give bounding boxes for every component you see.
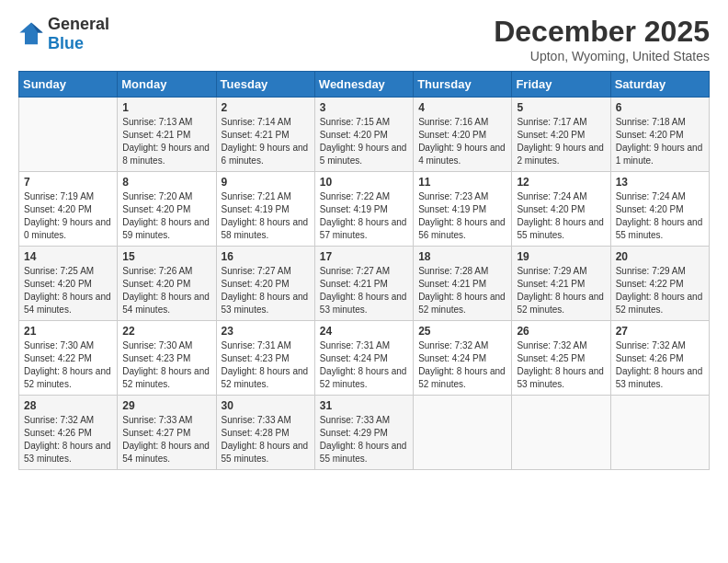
calendar-header: SundayMondayTuesdayWednesdayThursdayFrid… <box>19 72 710 98</box>
week-row-2: 7Sunrise: 7:19 AMSunset: 4:20 PMDaylight… <box>19 172 710 247</box>
day-number: 27 <box>616 325 704 338</box>
day-number: 1 <box>122 101 210 114</box>
day-info: Sunrise: 7:19 AMSunset: 4:20 PMDaylight:… <box>24 190 112 242</box>
calendar-cell: 10Sunrise: 7:22 AMSunset: 4:19 PMDayligh… <box>314 172 413 247</box>
header-monday: Monday <box>118 72 216 98</box>
day-info: Sunrise: 7:26 AMSunset: 4:20 PMDaylight:… <box>122 265 210 316</box>
day-info: Sunrise: 7:25 AMSunset: 4:20 PMDaylight:… <box>24 265 112 316</box>
logo-icon <box>18 21 44 47</box>
calendar-cell: 1Sunrise: 7:13 AMSunset: 4:21 PMDaylight… <box>118 98 216 172</box>
day-info: Sunrise: 7:27 AMSunset: 4:21 PMDaylight:… <box>320 265 408 316</box>
location-subtitle: Upton, Wyoming, United States <box>494 49 710 63</box>
day-info: Sunrise: 7:31 AMSunset: 4:23 PMDaylight:… <box>222 339 310 391</box>
day-info: Sunrise: 7:33 AMSunset: 4:28 PMDaylight:… <box>222 414 310 465</box>
calendar-cell: 15Sunrise: 7:26 AMSunset: 4:20 PMDayligh… <box>118 247 216 321</box>
logo: General Blue <box>18 15 109 53</box>
calendar-cell: 23Sunrise: 7:31 AMSunset: 4:23 PMDayligh… <box>216 321 314 396</box>
day-info: Sunrise: 7:16 AMSunset: 4:20 PMDaylight:… <box>418 116 506 167</box>
header-thursday: Thursday <box>414 72 512 98</box>
day-number: 16 <box>222 250 310 263</box>
page-header: General Blue December 2025 Upton, Wyomin… <box>18 15 710 63</box>
day-number: 31 <box>320 399 408 412</box>
calendar-cell <box>19 98 118 172</box>
header-wednesday: Wednesday <box>314 72 413 98</box>
day-number: 8 <box>122 176 210 189</box>
title-block: December 2025 Upton, Wyoming, United Sta… <box>494 15 710 63</box>
day-number: 23 <box>222 325 310 338</box>
day-number: 19 <box>517 250 605 263</box>
day-number: 18 <box>418 250 506 263</box>
day-number: 17 <box>320 250 408 263</box>
day-info: Sunrise: 7:32 AMSunset: 4:26 PMDaylight:… <box>24 414 112 465</box>
day-number: 6 <box>616 101 704 114</box>
week-row-4: 21Sunrise: 7:30 AMSunset: 4:22 PMDayligh… <box>19 321 710 396</box>
calendar-cell: 5Sunrise: 7:17 AMSunset: 4:20 PMDaylight… <box>512 98 610 172</box>
day-number: 28 <box>24 399 112 412</box>
day-info: Sunrise: 7:22 AMSunset: 4:19 PMDaylight:… <box>320 190 408 242</box>
day-number: 5 <box>517 101 605 114</box>
day-number: 3 <box>320 101 408 114</box>
logo-text: General Blue <box>48 15 109 53</box>
day-info: Sunrise: 7:23 AMSunset: 4:19 PMDaylight:… <box>418 190 506 242</box>
day-info: Sunrise: 7:13 AMSunset: 4:21 PMDaylight:… <box>122 116 210 167</box>
calendar-cell: 19Sunrise: 7:29 AMSunset: 4:21 PMDayligh… <box>512 247 610 321</box>
calendar-cell: 13Sunrise: 7:24 AMSunset: 4:20 PMDayligh… <box>610 172 709 247</box>
day-number: 24 <box>320 325 408 338</box>
calendar-cell <box>414 396 512 470</box>
day-number: 7 <box>24 176 112 189</box>
day-info: Sunrise: 7:18 AMSunset: 4:20 PMDaylight:… <box>616 116 704 167</box>
header-saturday: Saturday <box>610 72 709 98</box>
day-number: 14 <box>24 250 112 263</box>
day-info: Sunrise: 7:30 AMSunset: 4:22 PMDaylight:… <box>24 339 112 391</box>
calendar-cell: 18Sunrise: 7:28 AMSunset: 4:21 PMDayligh… <box>414 247 512 321</box>
calendar-cell: 14Sunrise: 7:25 AMSunset: 4:20 PMDayligh… <box>19 247 118 321</box>
calendar-cell: 12Sunrise: 7:24 AMSunset: 4:20 PMDayligh… <box>512 172 610 247</box>
day-info: Sunrise: 7:14 AMSunset: 4:21 PMDaylight:… <box>222 116 310 167</box>
calendar-cell: 26Sunrise: 7:32 AMSunset: 4:25 PMDayligh… <box>512 321 610 396</box>
calendar-cell: 2Sunrise: 7:14 AMSunset: 4:21 PMDaylight… <box>216 98 314 172</box>
day-info: Sunrise: 7:32 AMSunset: 4:26 PMDaylight:… <box>616 339 704 391</box>
day-number: 20 <box>616 250 704 263</box>
day-number: 29 <box>122 399 210 412</box>
day-info: Sunrise: 7:32 AMSunset: 4:24 PMDaylight:… <box>418 339 506 391</box>
day-number: 2 <box>222 101 310 114</box>
calendar-cell <box>512 396 610 470</box>
calendar-cell: 6Sunrise: 7:18 AMSunset: 4:20 PMDaylight… <box>610 98 709 172</box>
calendar-cell: 7Sunrise: 7:19 AMSunset: 4:20 PMDaylight… <box>19 172 118 247</box>
week-row-1: 1Sunrise: 7:13 AMSunset: 4:21 PMDaylight… <box>19 98 710 172</box>
day-info: Sunrise: 7:29 AMSunset: 4:22 PMDaylight:… <box>616 265 704 316</box>
day-info: Sunrise: 7:27 AMSunset: 4:20 PMDaylight:… <box>222 265 310 316</box>
day-number: 15 <box>122 250 210 263</box>
month-title: December 2025 <box>494 15 710 49</box>
calendar-cell: 30Sunrise: 7:33 AMSunset: 4:28 PMDayligh… <box>216 396 314 470</box>
day-number: 9 <box>222 176 310 189</box>
calendar-cell: 21Sunrise: 7:30 AMSunset: 4:22 PMDayligh… <box>19 321 118 396</box>
day-number: 12 <box>517 176 605 189</box>
calendar-cell: 31Sunrise: 7:33 AMSunset: 4:29 PMDayligh… <box>314 396 413 470</box>
day-info: Sunrise: 7:29 AMSunset: 4:21 PMDaylight:… <box>517 265 605 316</box>
day-info: Sunrise: 7:20 AMSunset: 4:20 PMDaylight:… <box>122 190 210 242</box>
day-info: Sunrise: 7:15 AMSunset: 4:20 PMDaylight:… <box>320 116 408 167</box>
calendar-cell: 29Sunrise: 7:33 AMSunset: 4:27 PMDayligh… <box>118 396 216 470</box>
week-row-5: 28Sunrise: 7:32 AMSunset: 4:26 PMDayligh… <box>19 396 710 470</box>
day-info: Sunrise: 7:24 AMSunset: 4:20 PMDaylight:… <box>517 190 605 242</box>
header-tuesday: Tuesday <box>216 72 314 98</box>
calendar-cell: 28Sunrise: 7:32 AMSunset: 4:26 PMDayligh… <box>19 396 118 470</box>
calendar-cell <box>610 396 709 470</box>
day-number: 30 <box>222 399 310 412</box>
calendar-cell: 16Sunrise: 7:27 AMSunset: 4:20 PMDayligh… <box>216 247 314 321</box>
day-number: 25 <box>418 325 506 338</box>
svg-marker-0 <box>19 22 42 44</box>
day-info: Sunrise: 7:30 AMSunset: 4:23 PMDaylight:… <box>122 339 210 391</box>
day-info: Sunrise: 7:33 AMSunset: 4:27 PMDaylight:… <box>122 414 210 465</box>
day-info: Sunrise: 7:32 AMSunset: 4:25 PMDaylight:… <box>517 339 605 391</box>
day-number: 22 <box>122 325 210 338</box>
calendar-cell: 11Sunrise: 7:23 AMSunset: 4:19 PMDayligh… <box>414 172 512 247</box>
header-friday: Friday <box>512 72 610 98</box>
day-info: Sunrise: 7:21 AMSunset: 4:19 PMDaylight:… <box>222 190 310 242</box>
calendar-cell: 24Sunrise: 7:31 AMSunset: 4:24 PMDayligh… <box>314 321 413 396</box>
day-number: 26 <box>517 325 605 338</box>
calendar-body: 1Sunrise: 7:13 AMSunset: 4:21 PMDaylight… <box>19 98 710 470</box>
calendar-cell: 4Sunrise: 7:16 AMSunset: 4:20 PMDaylight… <box>414 98 512 172</box>
logo-blue: Blue <box>48 34 84 52</box>
